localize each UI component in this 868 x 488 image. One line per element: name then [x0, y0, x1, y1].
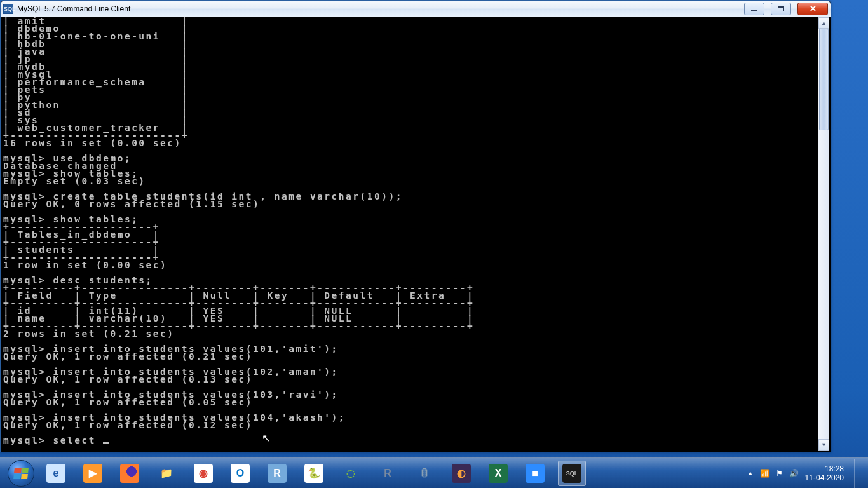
taskbar-icons: e▶📁◉OR🐍◌R🛢◐X■SQL [42, 458, 586, 488]
loading-taskbar-button[interactable]: ◌ [337, 461, 365, 486]
outlook-icon: O [231, 464, 250, 483]
flag-icon[interactable]: ⚑ [776, 469, 783, 478]
rstudio-taskbar-button[interactable]: R [263, 461, 291, 486]
file-explorer-taskbar-button[interactable]: 📁 [153, 461, 180, 486]
terminal-output[interactable]: | amit | | dbdemo | | hb-01-one-to-one-u… [2, 17, 818, 451]
show-desktop-button[interactable] [854, 459, 862, 488]
firefox-taskbar-button[interactable] [116, 461, 144, 486]
windows-logo-icon [13, 468, 29, 479]
clock-date: 11-04-2020 [805, 473, 844, 482]
chrome-taskbar-button[interactable]: ◉ [189, 461, 217, 486]
mysql-shell-icon: SQL [562, 464, 581, 483]
maximize-icon [778, 6, 784, 11]
excel-icon: X [489, 464, 508, 483]
scroll-track[interactable] [818, 29, 829, 439]
app-icon: SQL [3, 4, 13, 14]
close-button[interactable]: ✕ [797, 3, 828, 15]
scroll-down-button[interactable]: ▼ [818, 439, 829, 451]
system-tray: ▲ 📶 ⚑ 🔊 18:28 11-04-2020 [747, 459, 864, 488]
media-player-taskbar-button[interactable]: ▶ [79, 461, 107, 486]
r-icon: R [378, 464, 397, 483]
clock-time: 18:28 [805, 464, 844, 473]
zoom-icon: ■ [526, 464, 545, 483]
eclipse-icon: ◐ [452, 464, 471, 483]
internet-explorer-taskbar-button[interactable]: e [42, 461, 70, 486]
titlebar[interactable]: SQL MySQL 5.7 Command Line Client ✕ [1, 1, 831, 17]
app-window: SQL MySQL 5.7 Command Line Client ✕ | am… [0, 0, 831, 452]
volume-icon[interactable]: 🔊 [789, 469, 799, 478]
python-icon: 🐍 [304, 464, 323, 483]
rstudio-icon: R [268, 464, 287, 483]
wifi-icon[interactable]: 📶 [760, 469, 770, 478]
chrome-icon: ◉ [194, 464, 213, 483]
internet-explorer-icon: e [46, 464, 65, 483]
start-button[interactable] [4, 459, 38, 488]
taskbar: e▶📁◉OR🐍◌R🛢◐X■SQL ▲ 📶 ⚑ 🔊 18:28 11-04-202… [0, 458, 868, 488]
database-icon: 🛢 [415, 464, 434, 483]
minimize-icon [751, 10, 757, 11]
clock[interactable]: 18:28 11-04-2020 [805, 464, 844, 482]
zoom-taskbar-button[interactable]: ■ [521, 461, 549, 486]
loading-icon: ◌ [341, 464, 360, 483]
media-player-icon: ▶ [83, 464, 102, 483]
python-taskbar-button[interactable]: 🐍 [300, 461, 328, 486]
excel-taskbar-button[interactable]: X [484, 461, 512, 486]
tray-overflow-icon[interactable]: ▲ [747, 470, 754, 477]
scroll-thumb[interactable] [819, 29, 829, 130]
database-taskbar-button[interactable]: 🛢 [410, 461, 438, 486]
terminal-viewport: | amit | | dbdemo | | hb-01-one-to-one-u… [2, 17, 818, 451]
close-icon: ✕ [810, 4, 817, 13]
outlook-taskbar-button[interactable]: O [226, 461, 254, 486]
mysql-shell-taskbar-button[interactable]: SQL [558, 461, 586, 486]
maximize-button[interactable] [771, 3, 791, 15]
minimize-button[interactable] [744, 3, 764, 15]
vertical-scrollbar[interactable]: ▲ ▼ [818, 17, 829, 451]
scroll-up-button[interactable]: ▲ [818, 17, 829, 29]
window-title: MySQL 5.7 Command Line Client [17, 4, 130, 13]
file-explorer-icon: 📁 [157, 464, 176, 483]
eclipse-taskbar-button[interactable]: ◐ [447, 461, 475, 486]
text-cursor [103, 442, 109, 444]
firefox-icon [120, 464, 139, 483]
r-taskbar-button[interactable]: R [374, 461, 402, 486]
